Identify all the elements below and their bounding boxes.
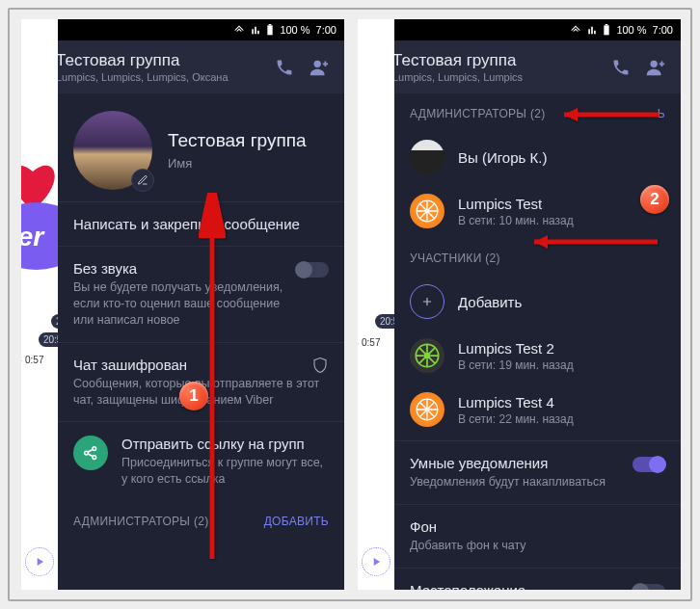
- admin-member[interactable]: Lumpics TestВ сети: 10 мин. назад: [394, 184, 681, 238]
- status-bar: 100 %7:00: [358, 19, 681, 40]
- avatar-orange-icon: [410, 392, 444, 427]
- chat-title: Тестовая группа: [56, 51, 267, 70]
- share-icon: [73, 436, 108, 470]
- svg-point-4: [314, 60, 321, 66]
- background-row[interactable]: ФонДобавить фон к чату: [394, 504, 681, 568]
- svg-rect-3: [269, 24, 272, 25]
- admin-you[interactable]: Вы (Игорь К.): [394, 130, 681, 184]
- share-link-row[interactable]: Отправить ссылку на групп Присоединиться…: [58, 421, 344, 501]
- group-avatar[interactable]: [73, 111, 152, 190]
- app-bar: Тестовая группа Lumpics, Lumpics, Lumpic…: [358, 40, 681, 93]
- admins-header: АДМИНИСТРАТОРЫ (2) Ь: [394, 93, 681, 130]
- chat-background-strip: 20:56 ✓✓ ▶ 0:57: [358, 19, 394, 590]
- msg-timestamp: 20:56 ✓✓: [375, 314, 394, 329]
- avatar-green-icon: [410, 338, 444, 373]
- svg-rect-2: [268, 25, 273, 35]
- shield-icon: [311, 357, 329, 378]
- location-row[interactable]: МестоположениеОтправлять сообщения с гео…: [394, 568, 681, 590]
- call-button[interactable]: [267, 58, 302, 77]
- svg-rect-9: [606, 24, 608, 25]
- compose-area: [21, 534, 58, 590]
- phone-left: er 20:56 20:56 ✓✓ ▶ 0:57 100 %7:00 Тесто…: [21, 19, 344, 590]
- svg-point-10: [651, 60, 658, 66]
- app-bar: Тестовая группа Lumpics, Lumpics, Lumpic…: [21, 40, 344, 93]
- msg-timestamp: 20:56 ✓✓: [39, 332, 58, 347]
- compose-play-icon: [25, 547, 54, 576]
- voice-msg-bubble: ▶ 0:57: [358, 335, 385, 350]
- smart-notifications-row[interactable]: Умные уведомленияУведомления будут накап…: [394, 440, 681, 504]
- chat-title: Тестовая группа: [392, 51, 604, 70]
- chat-background-strip: er 20:56 20:56 ✓✓ ▶ 0:57: [21, 19, 58, 590]
- call-button[interactable]: [604, 58, 638, 77]
- encryption-row[interactable]: Чат зашифрован Сообщения, которые вы отп…: [58, 342, 344, 422]
- pin-message-row[interactable]: Написать и закрепить сообщение: [58, 201, 344, 246]
- chat-subtitle: Lumpics, Lumpics, Lumpics: [392, 71, 604, 83]
- svg-rect-8: [605, 25, 609, 35]
- add-member-button[interactable]: [638, 57, 673, 78]
- compose-play-icon: [362, 547, 390, 576]
- svg-text:er: er: [21, 221, 45, 252]
- phone-right: 20:56 ✓✓ ▶ 0:57 100 %7:00 Тестовая групп…: [358, 19, 681, 590]
- member-row[interactable]: Lumpics Test 4В сети: 22 мин. назад: [394, 383, 681, 437]
- mute-row[interactable]: Без звука Вы не будете получать уведомле…: [58, 246, 344, 342]
- smart-toggle[interactable]: [633, 457, 665, 472]
- mute-toggle[interactable]: [296, 262, 329, 278]
- member-row[interactable]: Lumpics Test 2В сети: 19 мин. назад: [394, 329, 681, 383]
- add-member-row[interactable]: Добавить: [394, 275, 681, 329]
- msg-timestamp: 20:56: [51, 314, 58, 329]
- location-toggle[interactable]: [633, 584, 665, 590]
- add-admin-link[interactable]: ДОБАВИТЬ: [264, 515, 329, 528]
- add-link-partial[interactable]: Ь: [658, 107, 665, 120]
- edit-avatar-icon[interactable]: [131, 169, 154, 192]
- add-member-button[interactable]: [302, 57, 337, 78]
- group-hero: Тестовая группа Имя: [58, 93, 344, 201]
- compose-area: [358, 534, 394, 590]
- plus-icon: [410, 284, 444, 319]
- chat-subtitle: Lumpics, Lumpics, Lumpics, Оксана: [56, 71, 267, 83]
- status-bar: 100 %7:00: [21, 19, 344, 40]
- group-name-label: Имя: [168, 156, 307, 171]
- voice-msg-bubble: ▶ 0:57: [21, 353, 48, 367]
- group-name: Тестовая группа: [168, 130, 307, 152]
- admins-header: АДМИНИСТРАТОРЫ (2) ДОБАВИТЬ: [58, 501, 344, 538]
- avatar-you: [410, 140, 444, 174]
- avatar-orange-icon: [410, 194, 444, 228]
- members-header: УЧАСТНИКИ (2): [394, 238, 681, 275]
